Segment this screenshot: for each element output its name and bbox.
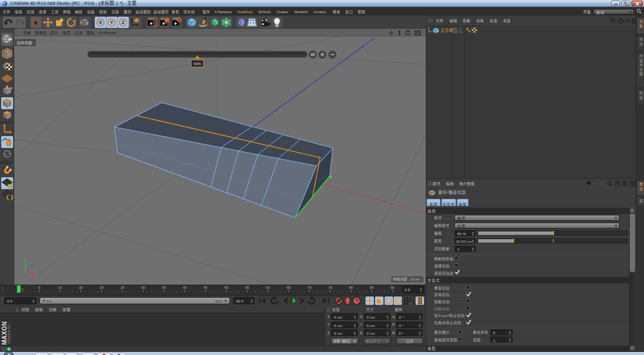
svg-text:85: 85 (370, 286, 374, 289)
svg-text:45: 45 (203, 286, 208, 289)
svg-text:?: ? (355, 298, 358, 304)
svg-text:Y: Y (110, 20, 114, 25)
svg-text:30: 30 (141, 286, 145, 289)
svg-text:80: 80 (349, 286, 353, 289)
svg-text:50: 50 (224, 286, 228, 289)
svg-text:25: 25 (120, 286, 125, 289)
svg-text:35: 35 (162, 286, 166, 289)
svg-text:20: 20 (100, 286, 104, 289)
svg-text:90: 90 (391, 286, 395, 289)
svg-text:Z: Z (122, 20, 125, 25)
svg-text:P: P (396, 298, 400, 304)
svg-text:65: 65 (287, 286, 291, 289)
svg-text:55: 55 (245, 286, 249, 289)
svg-text:Z: Z (30, 263, 33, 267)
svg-text:X: X (99, 20, 103, 25)
svg-text:40: 40 (182, 286, 187, 289)
svg-text:60: 60 (266, 286, 270, 289)
svg-text:X: X (32, 272, 35, 276)
svg-text:70: 70 (308, 286, 312, 289)
svg-text:75: 75 (328, 286, 332, 289)
svg-text:5: 5 (38, 286, 41, 289)
svg-text:15: 15 (79, 286, 83, 289)
svg-text:10: 10 (58, 286, 62, 289)
svg-text:S: S (5, 151, 10, 158)
svg-text:Y: Y (24, 259, 27, 263)
